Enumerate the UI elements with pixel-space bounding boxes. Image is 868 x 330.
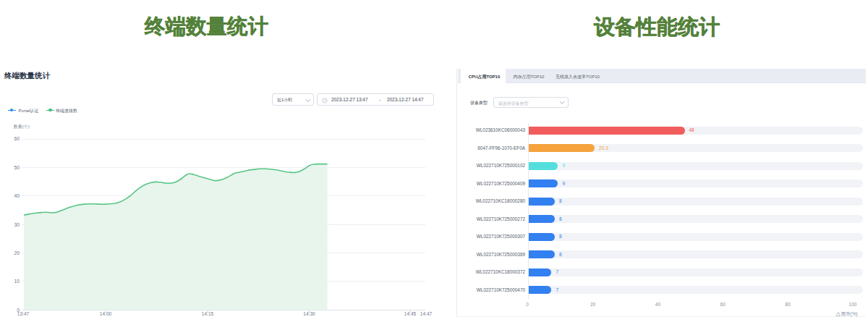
svg-text:30: 30 [14, 222, 20, 227]
svg-text:50: 50 [14, 165, 20, 170]
svg-text:20: 20 [14, 250, 20, 255]
svg-text:60: 60 [14, 136, 20, 141]
svg-text:40: 40 [14, 193, 20, 198]
svg-text:10: 10 [14, 279, 20, 284]
svg-text:14:15: 14:15 [202, 311, 214, 316]
svg-text:13:47: 13:47 [17, 311, 30, 316]
svg-text:数量(个): 数量(个) [14, 124, 30, 129]
svg-text:14:45: 14:45 [404, 311, 417, 316]
svg-text:14:30: 14:30 [303, 311, 315, 316]
svg-text:14:00: 14:00 [100, 311, 112, 316]
svg-text:14:47: 14:47 [420, 311, 433, 316]
